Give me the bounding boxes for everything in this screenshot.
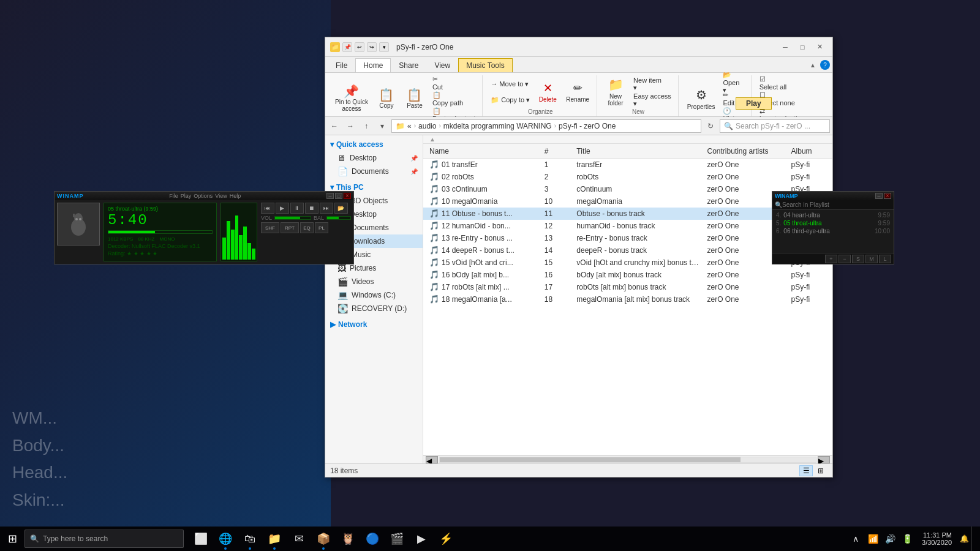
scrollbar-track[interactable] [439,457,816,463]
taskbar-circle-icon[interactable]: 🔵 [360,527,385,551]
table-row[interactable]: 🎵14 deepeR - bonus t... 14 deepeR - bonu… [423,244,832,257]
taskbar-media-icon[interactable]: ▶ [409,527,434,551]
undo-btn[interactable]: ↩ [355,42,364,52]
taskbar-amazon-icon[interactable]: 📦 [311,527,336,551]
pl-btn[interactable]: PL [315,222,328,233]
taskbar-power-icon[interactable]: ⚡ [434,527,458,551]
delete-btn[interactable]: ✕ Delete [534,75,561,108]
tab-view[interactable]: View [426,58,458,72]
taskbar-explorer-icon[interactable]: 📁 [262,527,287,551]
tray-up-arrow[interactable]: ∧ [848,527,863,551]
pl-misc-btn[interactable]: M [865,255,878,263]
table-row[interactable]: 🎵10 megalOmania 10 megalOmania zerO One … [423,195,832,208]
play-btn[interactable]: ▶ [276,203,289,214]
back-button[interactable]: ← [328,119,341,133]
help-button[interactable]: ? [820,60,830,70]
table-row[interactable]: 🎵16 bOdy [alt mix] b... 16 bOdy [alt mix… [423,269,832,281]
winamp-min-btn[interactable]: ─ [326,193,334,199]
winamp-close-btn[interactable]: ✕ [344,193,351,199]
tab-share[interactable]: Share [391,58,426,72]
scroll-right-btn[interactable]: ▶ [818,456,830,463]
table-row[interactable]: 🎵11 Obtuse - bonus t... 11 Obtuse - bonu… [423,208,832,220]
horizontal-scrollbar[interactable]: ◀ ▶ [423,455,832,463]
stop-btn[interactable]: ⏹ [305,203,318,214]
pin-to-quick-access-btn[interactable]: 📌 Pin to Quickaccess [331,82,372,115]
taskbar-vlc-icon[interactable]: 🎬 [385,527,409,551]
nav-item-videos[interactable]: 🎬 Videos [325,275,423,288]
tray-volume-icon[interactable]: 🔊 [883,527,897,551]
forward-button[interactable]: → [344,119,357,133]
table-row[interactable]: 🎵02 robOts 2 robOts zerO One pSy-fi [423,171,832,183]
pl-remove-btn[interactable]: − [839,255,851,263]
tray-battery-icon[interactable]: 🔋 [900,527,914,551]
col-header-title[interactable]: Title [573,147,703,156]
show-desktop-btn[interactable] [971,527,975,551]
table-row[interactable]: 🎵15 vOid [hOt and cri... 15 vOid [hOt an… [423,257,832,269]
table-row[interactable]: 🎵03 cOntinuum 3 cOntinuum zerO One pSy-f… [423,183,832,195]
up-button[interactable]: ↑ [360,119,373,133]
recent-locations-btn[interactable]: ▾ [375,119,389,133]
open-btn[interactable]: 📂 [334,203,348,214]
table-row[interactable]: 🎵18 megalOmania [a... 18 megalOmania [al… [423,293,832,305]
taskbar-task-view[interactable]: ⬜ [189,527,213,551]
properties-btn[interactable]: ⚙ Properties [684,82,719,115]
tab-file[interactable]: File [328,58,355,72]
copy-to-btn[interactable]: 📁 Copy to ▾ [488,92,533,107]
nav-item-recovery-d[interactable]: 💽 RECOVERY (D:) [325,302,423,315]
table-row[interactable]: 🎵01 transfEr 1 transfEr zerO One pSy-fi [423,159,832,171]
shuffle-btn[interactable]: SHF [261,222,279,233]
minimize-button[interactable]: ─ [777,41,793,53]
new-folder-btn[interactable]: 📁 Newfolder [602,75,629,108]
network-header[interactable]: ▶ Network [325,318,423,331]
details-view-btn[interactable]: ☰ [799,465,813,476]
table-row[interactable]: 🎵17 robOts [alt mix] ... 17 robOts [alt … [423,281,832,293]
pl-sel-btn[interactable]: S [852,255,864,263]
address-path[interactable]: 📁 « › audio › mkdelta programming WARNIN… [391,119,701,133]
copy-btn[interactable]: 📋 Copy [373,82,400,115]
col-header-name[interactable]: Name [426,147,541,156]
pl-add-btn[interactable]: + [825,255,837,263]
list-item[interactable]: 6.06 third-eye-ultra 10:00 [772,227,894,235]
play-ribbon-tab[interactable]: Play [736,97,772,110]
list-item[interactable]: 4.04 heart-ultra 9:59 [772,211,894,219]
system-clock[interactable]: 11:31 PM 3/30/2020 [917,531,957,546]
nav-item-documents[interactable]: 📄 Documents 📌 [325,165,423,178]
quick-access-pin[interactable]: 📌 [342,42,352,52]
next-btn[interactable]: ⏭ [320,203,333,214]
winamp-menu-play[interactable]: Play [181,193,192,199]
cut-btn[interactable]: ✂ Cut [429,75,478,90]
rename-btn[interactable]: ✏ Rename [562,75,593,108]
pause-btn[interactable]: ⏸ [290,203,304,214]
ribbon-collapse-btn[interactable]: ▲ [808,60,818,70]
col-header-track[interactable]: # [541,147,573,156]
taskbar-tripadvisor-icon[interactable]: 🦉 [336,527,360,551]
pl-list-btn[interactable]: L [879,255,891,263]
progress-bar[interactable] [108,230,213,234]
table-row[interactable]: 🎵12 humanOid - bon... 12 humanOid - bonu… [423,220,832,232]
winamp-menu-help[interactable]: Help [230,193,241,199]
customize-btn[interactable]: ▾ [379,42,389,52]
tab-music-tools[interactable]: Music Tools [458,58,512,72]
list-item[interactable]: 5.05 throat-ultra 9:59 [772,219,894,227]
playlist-min-btn[interactable]: ─ [875,193,883,199]
taskbar-edge-icon[interactable]: 🌐 [213,527,238,551]
open-btn[interactable]: 📂 Open ▾ [720,75,747,90]
nav-item-desktop[interactable]: 🖥 Desktop 📌 [325,151,423,165]
scroll-left-btn[interactable]: ◀ [426,456,438,463]
paste-btn[interactable]: 📋 Paste [401,82,428,115]
taskbar-store-icon[interactable]: 🛍 [238,527,262,551]
table-row[interactable]: 🎵13 re-Entry - bonus ... 13 re-Entry - b… [423,232,832,244]
maximize-button[interactable]: □ [794,41,810,53]
easy-access-btn[interactable]: Easy access ▾ [630,92,674,107]
playlist-search-input[interactable] [782,201,891,208]
move-to-btn[interactable]: → Move to ▾ [488,77,533,91]
taskbar-mail-icon[interactable]: ✉ [287,527,311,551]
start-button[interactable]: ⊞ [0,527,24,551]
col-header-artist[interactable]: Contributing artists [703,147,787,156]
balance-slider[interactable] [326,216,351,220]
winamp-menu-view[interactable]: View [215,193,227,199]
large-icons-view-btn[interactable]: ⊞ [814,465,827,476]
nav-item-windows-c[interactable]: 💻 Windows (C:) [325,288,423,302]
winamp-shade-btn[interactable]: □ [335,193,342,199]
tray-network-icon[interactable]: 📶 [865,527,880,551]
